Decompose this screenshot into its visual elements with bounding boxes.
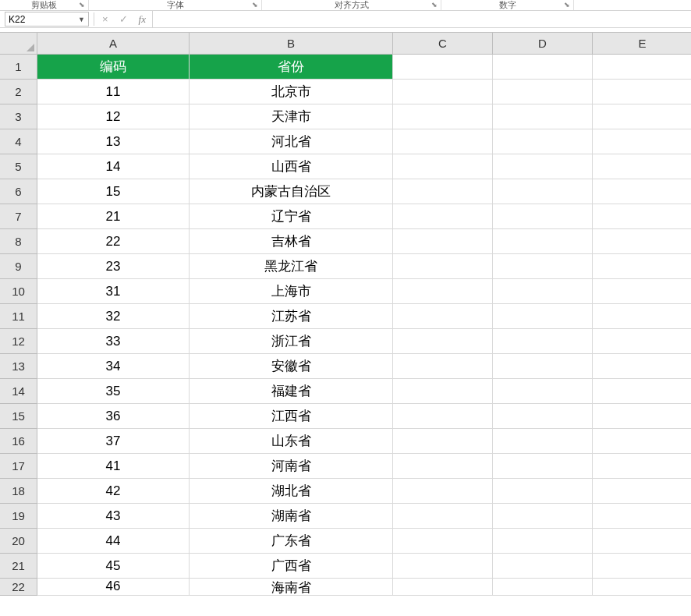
cell[interactable] xyxy=(493,204,593,229)
cell[interactable] xyxy=(493,229,593,254)
row-header[interactable]: 9 xyxy=(0,254,37,279)
cell[interactable] xyxy=(393,579,493,596)
cell[interactable]: 14 xyxy=(37,154,190,179)
cell[interactable]: 编码 xyxy=(37,55,190,80)
cell[interactable] xyxy=(393,379,493,404)
cell[interactable] xyxy=(493,504,593,529)
cell[interactable]: 34 xyxy=(37,354,190,379)
cell[interactable] xyxy=(593,379,691,404)
cell[interactable] xyxy=(593,454,691,479)
cell[interactable] xyxy=(593,229,691,254)
cell[interactable] xyxy=(493,454,593,479)
cell[interactable] xyxy=(493,579,593,596)
cell[interactable] xyxy=(493,254,593,279)
cell[interactable] xyxy=(493,554,593,579)
cell[interactable]: 22 xyxy=(37,229,190,254)
cell[interactable]: 33 xyxy=(37,329,190,354)
cell[interactable] xyxy=(493,329,593,354)
cell[interactable] xyxy=(393,154,493,179)
cell[interactable] xyxy=(593,204,691,229)
cell[interactable] xyxy=(393,504,493,529)
cell[interactable]: 山东省 xyxy=(190,429,393,454)
cell[interactable]: 44 xyxy=(37,529,190,554)
cell[interactable] xyxy=(493,179,593,204)
cell[interactable]: 天津市 xyxy=(190,104,393,129)
cell[interactable] xyxy=(593,55,691,80)
cell[interactable] xyxy=(593,504,691,529)
cell[interactable] xyxy=(393,454,493,479)
dialog-launcher-icon[interactable]: ⬊ xyxy=(564,1,572,9)
column-header[interactable]: B xyxy=(190,33,393,55)
row-header[interactable]: 13 xyxy=(0,354,37,379)
cell[interactable]: 32 xyxy=(37,304,190,329)
cell[interactable] xyxy=(493,80,593,104)
cell[interactable] xyxy=(593,129,691,154)
spreadsheet-grid[interactable]: 1 2 3 4 5 6 7 8 9 10 11 12 13 14 15 16 1… xyxy=(0,33,691,596)
row-header[interactable]: 7 xyxy=(0,204,37,229)
cell[interactable] xyxy=(393,329,493,354)
row-header[interactable]: 4 xyxy=(0,129,37,154)
cell[interactable]: 河北省 xyxy=(190,129,393,154)
cell[interactable]: 山西省 xyxy=(190,154,393,179)
formula-input[interactable] xyxy=(152,11,691,27)
cell[interactable] xyxy=(593,554,691,579)
cell[interactable] xyxy=(393,529,493,554)
row-header[interactable]: 10 xyxy=(0,279,37,304)
cell[interactable] xyxy=(393,104,493,129)
cell[interactable]: 36 xyxy=(37,404,190,429)
cell[interactable] xyxy=(493,154,593,179)
cell[interactable] xyxy=(393,80,493,104)
cell[interactable]: 13 xyxy=(37,129,190,154)
cell[interactable]: 31 xyxy=(37,279,190,304)
cell[interactable] xyxy=(493,129,593,154)
cell[interactable] xyxy=(493,304,593,329)
cell[interactable] xyxy=(493,55,593,80)
cell[interactable]: 北京市 xyxy=(190,80,393,104)
row-header[interactable]: 21 xyxy=(0,554,37,579)
cell[interactable] xyxy=(393,229,493,254)
row-header[interactable]: 11 xyxy=(0,304,37,329)
cell[interactable]: 12 xyxy=(37,104,190,129)
row-header[interactable]: 15 xyxy=(0,404,37,429)
cell[interactable] xyxy=(593,154,691,179)
row-header[interactable]: 12 xyxy=(0,329,37,354)
cell[interactable] xyxy=(493,529,593,554)
dialog-launcher-icon[interactable]: ⬊ xyxy=(431,1,439,9)
row-header[interactable]: 16 xyxy=(0,429,37,454)
cell[interactable] xyxy=(493,429,593,454)
cell[interactable] xyxy=(593,479,691,504)
cell[interactable] xyxy=(593,104,691,129)
cell[interactable] xyxy=(493,479,593,504)
cell[interactable]: 浙江省 xyxy=(190,329,393,354)
cell[interactable]: 湖南省 xyxy=(190,504,393,529)
row-header[interactable]: 22 xyxy=(0,579,37,596)
cell[interactable] xyxy=(593,429,691,454)
name-box[interactable]: K22 ▼ xyxy=(5,12,89,27)
cell[interactable] xyxy=(493,279,593,304)
dialog-launcher-icon[interactable]: ⬊ xyxy=(252,1,260,9)
column-header[interactable]: A xyxy=(37,33,190,55)
cell[interactable] xyxy=(393,254,493,279)
cell[interactable] xyxy=(593,254,691,279)
cell[interactable] xyxy=(493,104,593,129)
cell[interactable] xyxy=(593,354,691,379)
row-header[interactable]: 2 xyxy=(0,80,37,104)
row-header[interactable]: 8 xyxy=(0,229,37,254)
cell[interactable] xyxy=(593,179,691,204)
cell[interactable]: 辽宁省 xyxy=(190,204,393,229)
cell[interactable]: 福建省 xyxy=(190,379,393,404)
cell[interactable]: 吉林省 xyxy=(190,229,393,254)
cell[interactable] xyxy=(393,55,493,80)
cell[interactable]: 11 xyxy=(37,80,190,104)
cell[interactable]: 广西省 xyxy=(190,554,393,579)
cell[interactable]: 37 xyxy=(37,429,190,454)
cell[interactable]: 河南省 xyxy=(190,454,393,479)
cell[interactable]: 23 xyxy=(37,254,190,279)
cell[interactable] xyxy=(593,529,691,554)
cell[interactable] xyxy=(393,129,493,154)
cell[interactable] xyxy=(493,404,593,429)
row-header[interactable]: 20 xyxy=(0,529,37,554)
cell[interactable]: 海南省 xyxy=(190,579,393,596)
cell[interactable]: 内蒙古自治区 xyxy=(190,179,393,204)
row-header[interactable]: 17 xyxy=(0,454,37,479)
